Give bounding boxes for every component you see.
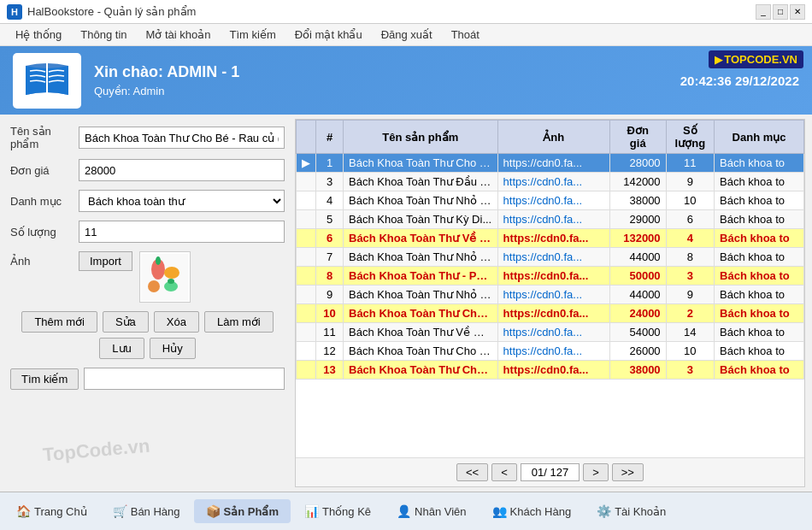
maximize-button[interactable]: □ <box>773 4 788 20</box>
row-anh[interactable]: https://cdn0.fa... <box>497 210 609 229</box>
row-so-luong: 9 <box>666 286 715 304</box>
row-anh[interactable]: https://cdn0.fa... <box>497 342 609 361</box>
table-row[interactable]: 13Bách Khoa Toàn Thư Cho B...https://cdn… <box>297 361 804 380</box>
row-id: 1 <box>316 154 344 173</box>
page-next-button[interactable]: > <box>583 463 609 481</box>
nav-item-nhân-viên[interactable]: 👤Nhân Viên <box>385 499 478 523</box>
row-anh[interactable]: https://cdn0.fa... <box>497 304 609 323</box>
row-id: 5 <box>316 210 344 229</box>
row-anh[interactable]: https://cdn0.fa... <box>497 286 609 304</box>
menu-thoat[interactable]: Thoát <box>443 26 488 43</box>
menu-thong-tin[interactable]: Thông tin <box>72 26 135 43</box>
page-first-button[interactable]: << <box>456 463 488 481</box>
nav-item-trang-chủ[interactable]: 🏠Trang Chủ <box>4 499 99 523</box>
table-row[interactable]: 11Bách Khoa Toàn Thư Về Cả...https://cdn… <box>297 323 804 342</box>
row-anh[interactable]: https://cdn0.fa... <box>497 191 609 210</box>
menu-tim-kiem[interactable]: Tìm kiếm <box>221 26 285 43</box>
row-anh[interactable]: https://cdn0.fa... <box>497 154 609 173</box>
bottom-nav: 🏠Trang Chủ🛒Bán Hàng📦Sản Phẩm📊Thống Kê👤Nh… <box>0 492 812 530</box>
table-row[interactable]: ▶1Bách Khoa Toàn Thư Cho B...https://cdn… <box>297 154 804 173</box>
row-indicator <box>297 173 316 191</box>
row-don-gia: 44000 <box>609 286 666 304</box>
pagination: << < 01/ 127 > >> <box>296 457 804 486</box>
table-row[interactable]: 5Bách Khoa Toàn Thư Kỳ Di...https://cdn0… <box>297 210 804 229</box>
table-container: # Tên sản phẩm Ảnh Đơngiá Sốlượng Danh m… <box>296 120 804 457</box>
import-button[interactable]: Import <box>79 251 132 271</box>
row-ten-san-pham: Bách Khoa Toàn Thư Về Đô... <box>344 229 498 248</box>
so-luong-input[interactable] <box>79 221 285 243</box>
luu-button[interactable]: Lưu <box>99 338 144 359</box>
row-ten-san-pham: Bách Khoa Toàn Thư Nhỏ -... <box>344 248 498 267</box>
title-bar-left: H HalBookstore - Quản lý sản phẩm <box>7 4 196 20</box>
menu-doi-mat-khau[interactable]: Đổi mật khẩu <box>286 26 371 43</box>
nav-item-thống-kê[interactable]: 📊Thống Kê <box>292 499 383 523</box>
row-id: 3 <box>316 173 344 191</box>
header-greeting: Xin chào: ADMIN - 1 <box>94 63 239 81</box>
ten-san-pham-label: Tên sản phẩm <box>10 125 79 150</box>
row-anh[interactable]: https://cdn0.fa... <box>497 173 609 191</box>
menu-mo-tai-khoan[interactable]: Mở tài khoản <box>138 26 220 43</box>
row-ten-san-pham: Bách Khoa Toàn Thư Cho B... <box>344 304 498 323</box>
row-don-gia: 26000 <box>609 342 666 361</box>
page-prev-button[interactable]: < <box>491 463 517 481</box>
ten-san-pham-input[interactable] <box>79 127 285 149</box>
don-gia-label: Đơn giá <box>10 164 79 177</box>
huy-button[interactable]: Hủy <box>150 338 196 359</box>
page-last-button[interactable]: >> <box>612 463 644 481</box>
row-ten-san-pham: Bách Khoa Toàn Thư Về Cả... <box>344 323 498 342</box>
search-input[interactable] <box>84 368 285 390</box>
table-row[interactable]: 7Bách Khoa Toàn Thư Nhỏ -...https://cdn0… <box>297 248 804 267</box>
menu-dang-xuat[interactable]: Đăng xuất <box>373 26 441 43</box>
table-row[interactable]: 3Bách Khoa Toàn Thư Đầu T...https://cdn0… <box>297 173 804 191</box>
nav-item-bán-hàng[interactable]: 🛒Bán Hàng <box>101 499 192 523</box>
window-controls[interactable]: _ □ ✕ <box>756 4 805 20</box>
table-header-row: # Tên sản phẩm Ảnh Đơngiá Sốlượng Danh m… <box>297 121 804 154</box>
page-info: 01/ 127 <box>521 463 580 481</box>
tim-kiem-button[interactable]: Tìm kiếm <box>10 368 79 390</box>
product-table: # Tên sản phẩm Ảnh Đơngiá Sốlượng Danh m… <box>296 120 804 380</box>
table-row[interactable]: 4Bách Khoa Toàn Thư Nhỏ -...https://cdn0… <box>297 191 804 210</box>
nav-item-sản-phẩm[interactable]: 📦Sản Phẩm <box>194 499 291 523</box>
row-danh-muc: Bách khoa to <box>715 267 804 286</box>
search-row: Tìm kiếm <box>10 368 285 390</box>
menu-he-thong[interactable]: Hệ thống <box>7 26 70 43</box>
danh-muc-select[interactable]: Bách khoa toàn thư <box>79 190 285 212</box>
col-don-gia: Đơngiá <box>609 121 666 154</box>
them-moi-button[interactable]: Thêm mới <box>21 311 97 333</box>
row-don-gia: 132000 <box>609 229 666 248</box>
don-gia-input[interactable] <box>79 159 285 181</box>
row-danh-muc: Bách khoa to <box>715 286 804 304</box>
close-button[interactable]: ✕ <box>790 4 805 20</box>
row-anh[interactable]: https://cdn0.fa... <box>497 229 609 248</box>
row-ten-san-pham: Bách Khoa Toàn Thư Nhỏ (... <box>344 286 498 304</box>
window-title: HalBookstore - Quản lý sản phẩm <box>27 5 196 18</box>
action-buttons-row2: Lưu Hủy <box>10 338 285 359</box>
topcode-icon: ▶ <box>715 54 722 66</box>
col-danh-muc: Danh mục <box>715 121 804 154</box>
minimize-button[interactable]: _ <box>756 4 771 20</box>
xoa-button[interactable]: Xóa <box>154 311 199 333</box>
col-anh: Ảnh <box>497 121 609 154</box>
header-role: Quyền: Admin <box>94 85 239 97</box>
row-anh[interactable]: https://cdn0.fa... <box>497 361 609 380</box>
table-row[interactable]: 6Bách Khoa Toàn Thư Về Đô...https://cdn0… <box>297 229 804 248</box>
nav-icon: 📦 <box>206 504 221 518</box>
sua-button[interactable]: Sửa <box>103 311 149 333</box>
row-danh-muc: Bách khoa to <box>715 323 804 342</box>
nav-icon: 👤 <box>397 504 411 518</box>
nav-icon: 👥 <box>492 504 507 518</box>
row-danh-muc: Bách khoa to <box>715 210 804 229</box>
nav-item-tài-khoản[interactable]: ⚙️Tài Khoản <box>585 499 678 523</box>
topcode-label: TOPCODE.VN <box>724 53 797 66</box>
table-row[interactable]: 9Bách Khoa Toàn Thư Nhỏ (...https://cdn0… <box>297 286 804 304</box>
table-row[interactable]: 8Bách Khoa Toàn Thư - Phát...https://cdn… <box>297 267 804 286</box>
row-anh[interactable]: https://cdn0.fa... <box>497 267 609 286</box>
table-row[interactable]: 10Bách Khoa Toàn Thư Cho B...https://cdn… <box>297 304 804 323</box>
row-anh[interactable]: https://cdn0.fa... <box>497 248 609 267</box>
row-anh[interactable]: https://cdn0.fa... <box>497 323 609 342</box>
table-row[interactable]: 12Bách Khoa Toàn Thư Cho B...https://cdn… <box>297 342 804 361</box>
nav-item-khách-hàng[interactable]: 👥Khách Hàng <box>480 499 584 523</box>
action-buttons-row1: Thêm mới Sửa Xóa Làm mới <box>10 311 285 333</box>
lam-moi-button[interactable]: Làm mới <box>204 311 274 333</box>
row-id: 8 <box>316 267 344 286</box>
